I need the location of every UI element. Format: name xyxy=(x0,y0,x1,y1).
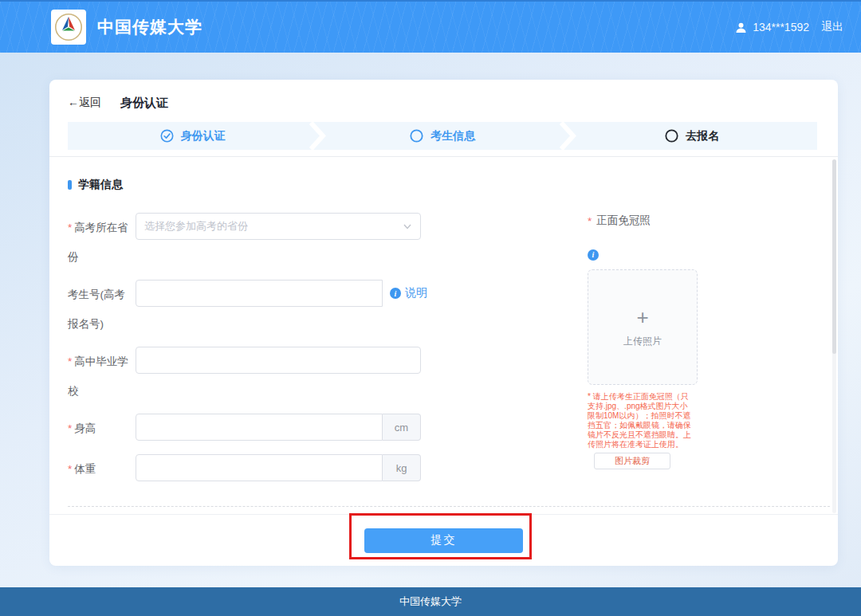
crop-image-button[interactable]: 图片裁剪 xyxy=(594,453,670,469)
form-area: 学籍信息 *高考所在省份 选择您参加高考的省份 考生号 xyxy=(49,157,838,515)
required-mark: * xyxy=(68,222,72,233)
info-icon: i xyxy=(390,288,401,299)
user-phone: 134***1592 xyxy=(753,21,809,33)
chevron-down-icon xyxy=(403,222,412,231)
section-title-marker xyxy=(68,180,72,190)
step-label: 去报名 xyxy=(686,129,719,143)
province-placeholder: 选择您参加高考的省份 xyxy=(144,219,403,233)
step-bar: 身份认证 考生信息 去报名 xyxy=(68,122,817,150)
step-label: 考生信息 xyxy=(431,129,475,143)
card-footer: 提交 xyxy=(49,514,838,566)
scrollbar[interactable] xyxy=(832,159,836,513)
form-fields: *高考所在省份 选择您参加高考的省份 考生号(高考报名号) xyxy=(68,213,442,492)
identity-card: ←返回 身份认证 身份认证 考生信息 xyxy=(49,80,838,566)
field-exam-number: 考生号(高考报名号) i 说明 xyxy=(68,280,442,339)
check-circle-icon xyxy=(160,129,174,143)
card-head: ←返回 身份认证 身份认证 考生信息 xyxy=(49,80,838,150)
photo-upload-box[interactable]: + 上传照片 xyxy=(588,269,698,385)
upload-label: 上传照片 xyxy=(623,335,662,348)
university-logo-icon xyxy=(54,13,83,41)
weight-label: *体重 xyxy=(68,454,136,484)
weight-unit: kg xyxy=(383,454,421,481)
field-high-school: *高中毕业学校 xyxy=(68,347,442,406)
photo-info[interactable]: i xyxy=(588,246,701,261)
step-label: 身份认证 xyxy=(181,129,226,143)
photo-label: * 正面免冠照 xyxy=(588,213,701,229)
page: 中国传媒大学 134***1592 退出 ←返回 身份认证 xyxy=(0,0,861,616)
step-go-register[interactable]: 去报名 xyxy=(568,122,817,150)
photo-note: * 请上传考生正面免冠照（只支持.jpg、.png格式图片大小限制10M以内）；… xyxy=(588,392,691,449)
required-mark: * xyxy=(68,422,72,434)
app-header: 中国传媒大学 134***1592 退出 xyxy=(0,0,861,53)
step-candidate-info[interactable]: 考生信息 xyxy=(317,122,567,150)
site-footer: 中国传媒大学 xyxy=(0,587,861,616)
height-unit: cm xyxy=(383,414,421,441)
logout-link[interactable]: 退出 xyxy=(821,20,843,34)
required-mark: * xyxy=(68,463,72,475)
help-link[interactable]: 说明 xyxy=(405,286,427,300)
chevron-right-icon xyxy=(559,122,576,150)
required-mark: * xyxy=(68,355,72,367)
step-identity[interactable]: 身份认证 xyxy=(68,122,317,150)
field-province: *高考所在省份 选择您参加高考的省份 xyxy=(68,213,442,272)
submit-button[interactable]: 提交 xyxy=(364,528,523,553)
province-label: *高考所在省份 xyxy=(68,213,136,272)
height-input[interactable] xyxy=(136,414,383,441)
required-mark: * xyxy=(588,215,592,227)
chevron-right-icon xyxy=(309,122,326,150)
plus-icon: + xyxy=(636,307,648,328)
circle-icon xyxy=(665,129,678,143)
app-title: 中国传媒大学 xyxy=(97,16,202,38)
high-school-label: *高中毕业学校 xyxy=(68,347,136,406)
info-icon: i xyxy=(588,249,599,261)
back-link[interactable]: ←返回 xyxy=(68,96,101,110)
user-area: 134***1592 退出 xyxy=(735,20,843,34)
height-label: *身高 xyxy=(68,414,136,443)
section-title: 学籍信息 xyxy=(68,178,123,192)
field-weight: *体重 kg xyxy=(68,454,442,484)
breadcrumb: ←返回 身份认证 xyxy=(68,94,817,112)
dashed-separator xyxy=(68,506,830,507)
weight-input[interactable] xyxy=(136,454,383,481)
province-select[interactable]: 选择您参加高考的省份 xyxy=(136,213,421,240)
page-title: 身份认证 xyxy=(120,96,168,111)
high-school-input[interactable] xyxy=(136,347,421,374)
scrollbar-thumb[interactable] xyxy=(832,159,836,354)
user-icon xyxy=(735,22,747,33)
exam-number-help[interactable]: i 说明 xyxy=(390,280,427,307)
field-height: *身高 cm xyxy=(68,414,442,443)
photo-column: * 正面免冠照 i + 上传照片 * 请上传考生正面免冠照（只支持.jpg、.p… xyxy=(588,213,701,469)
exam-number-label: 考生号(高考报名号) xyxy=(68,280,136,339)
circle-icon xyxy=(410,129,423,143)
exam-number-input[interactable] xyxy=(136,280,383,307)
university-logo xyxy=(51,10,86,45)
